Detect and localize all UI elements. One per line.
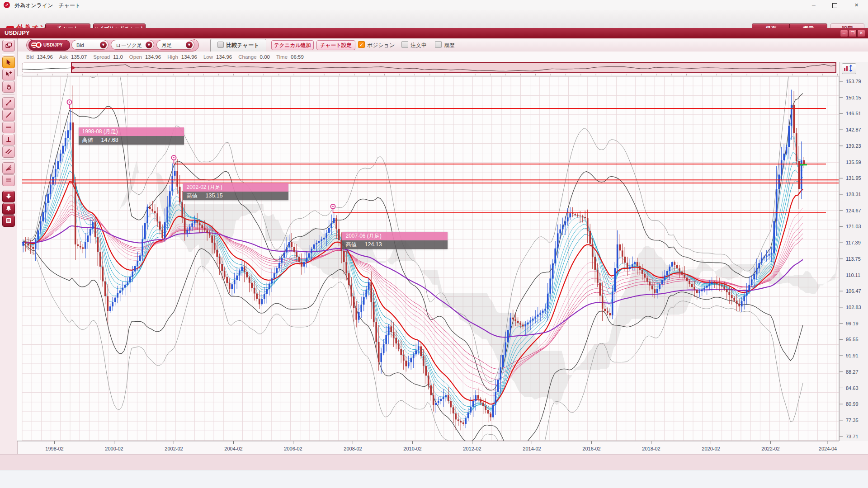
app-window: ➚ 外為オンライン チャート ─ ✕ ➚外為オンライン チャート ハイブリッドチ… bbox=[0, 0, 868, 488]
minimize-button[interactable]: ─ bbox=[803, 0, 824, 10]
chart-type-dropdown[interactable]: ローソク足▼ bbox=[111, 40, 154, 50]
quote-label: Change bbox=[238, 54, 256, 60]
positions-label: ポジション bbox=[367, 42, 395, 49]
svg-text:99.19: 99.19 bbox=[846, 321, 859, 326]
svg-text:91.91: 91.91 bbox=[846, 353, 859, 358]
price-type-dropdown[interactable]: Bid▼ bbox=[71, 40, 108, 50]
svg-text:131.95: 131.95 bbox=[846, 175, 861, 181]
quote-value: 134.96 bbox=[145, 54, 161, 60]
svg-text:2002-02: 2002-02 bbox=[165, 446, 183, 451]
pair-window-title: USD/JPY bbox=[5, 29, 30, 36]
svg-text:2006-02: 2006-02 bbox=[284, 446, 302, 451]
quote-label: Spread bbox=[93, 54, 110, 60]
pair-window-titlebar: USD/JPY bbox=[0, 28, 868, 39]
quote-value: 11.0 bbox=[113, 54, 123, 60]
orders-checkbox[interactable] bbox=[401, 41, 408, 48]
svg-text:102.83: 102.83 bbox=[846, 305, 861, 310]
svg-text:153.79: 153.79 bbox=[846, 79, 861, 84]
quote-label: Bid bbox=[26, 54, 34, 60]
tooltip-title: 2002-02 (月足) bbox=[183, 183, 288, 192]
pane-restore-button[interactable]: ❒ bbox=[849, 30, 857, 37]
fit-chart-button[interactable] bbox=[842, 63, 856, 74]
svg-text:150.15: 150.15 bbox=[846, 95, 861, 100]
svg-text:84.63: 84.63 bbox=[846, 385, 859, 391]
app-toolbar: ➚外為オンライン チャート ハイブリッドチャート 保存 復元 設定 bbox=[0, 10, 868, 28]
svg-text:2000-02: 2000-02 bbox=[105, 446, 123, 451]
window-title: 外為オンライン チャート bbox=[14, 2, 80, 9]
tooltip-body: 高値135.15 bbox=[183, 192, 288, 200]
svg-text:142.87: 142.87 bbox=[846, 127, 861, 132]
range-navigator[interactable] bbox=[0, 62, 868, 75]
svg-text:73.71: 73.71 bbox=[846, 434, 859, 439]
current-price-marker bbox=[800, 164, 807, 165]
quote-label: Low bbox=[203, 54, 213, 60]
y-axis-labels: 153.79150.15146.51142.87139.23135.59131.… bbox=[840, 79, 861, 439]
quote-value: 0.00 bbox=[260, 54, 270, 60]
fit-chart-icon bbox=[842, 64, 855, 73]
svg-text:77.35: 77.35 bbox=[846, 418, 859, 423]
tooltip-title: 2007-06 (月足) bbox=[342, 232, 448, 240]
jp-flag-icon bbox=[36, 42, 42, 48]
annotation-tooltip-1998: 1998-08 (月足) 高値147.68 bbox=[79, 127, 184, 145]
bottom-margin bbox=[0, 454, 868, 470]
svg-text:2016-02: 2016-02 bbox=[582, 446, 600, 451]
chart-settings-button[interactable]: チャート設定 bbox=[316, 40, 355, 50]
quote-label: Ask bbox=[59, 54, 68, 60]
svg-text:135.59: 135.59 bbox=[846, 160, 861, 165]
navigator-selection bbox=[71, 62, 836, 73]
svg-text:2008-02: 2008-02 bbox=[344, 446, 362, 451]
quote-value: 134.96 bbox=[216, 54, 232, 60]
pair-label: USD/JPY bbox=[43, 40, 63, 50]
cursor-select-icon[interactable] bbox=[2, 56, 15, 68]
compare-checkbox[interactable] bbox=[217, 42, 224, 48]
svg-text:2014-02: 2014-02 bbox=[523, 446, 541, 451]
windows-taskbar: 検索 ➚ ⌃ ☁ A 20:35 2023/03/12 1 bbox=[0, 470, 868, 488]
quote-label: High bbox=[167, 54, 178, 60]
history-label: 履歴 bbox=[444, 42, 455, 49]
svg-text:2022-02: 2022-02 bbox=[761, 446, 779, 451]
svg-text:2010-02: 2010-02 bbox=[403, 446, 421, 451]
duplicate-window-icon[interactable] bbox=[2, 40, 15, 52]
svg-text:121.03: 121.03 bbox=[846, 224, 861, 229]
quote-value: 134.96 bbox=[181, 54, 197, 60]
svg-text:95.55: 95.55 bbox=[846, 337, 859, 342]
quote-row: Bid134.96 Ask135.07 Spread11.0 Open134.9… bbox=[17, 52, 868, 62]
tooltip-title: 1998-08 (月足) bbox=[79, 127, 184, 136]
app-icon: ➚ bbox=[4, 2, 10, 8]
svg-text:2020-02: 2020-02 bbox=[702, 446, 720, 451]
pane-close-button[interactable]: ✕ bbox=[857, 30, 865, 37]
annotation-tooltip-2002: 2002-02 (月足) 高値135.15 bbox=[183, 183, 288, 200]
pair-selector[interactable]: USD/JPY bbox=[28, 40, 70, 51]
pane-minimize-button[interactable]: ─ bbox=[840, 30, 848, 37]
svg-text:110.11: 110.11 bbox=[846, 272, 860, 278]
quote-value: 135.07 bbox=[71, 54, 87, 60]
svg-text:2018-02: 2018-02 bbox=[642, 446, 660, 451]
svg-text:2004-02: 2004-02 bbox=[224, 446, 242, 451]
chevron-down-icon: ▼ bbox=[146, 42, 152, 48]
svg-text:128.31: 128.31 bbox=[846, 192, 861, 197]
add-technical-button[interactable]: テクニカル追加 bbox=[271, 40, 314, 50]
tooltip-body: 高値147.68 bbox=[79, 136, 184, 145]
close-button[interactable]: ✕ bbox=[845, 0, 868, 10]
history-checkbox[interactable] bbox=[435, 41, 442, 48]
quote-value: 06:59 bbox=[291, 54, 304, 60]
svg-text:80.99: 80.99 bbox=[846, 401, 859, 407]
compare-chart-tab[interactable]: 比較チャート bbox=[210, 39, 266, 52]
quote-label: Open bbox=[129, 54, 142, 60]
svg-text:2024-04: 2024-04 bbox=[819, 446, 837, 451]
maximize-button[interactable] bbox=[824, 0, 845, 10]
svg-text:1998-02: 1998-02 bbox=[45, 446, 63, 451]
chevron-down-icon: ▼ bbox=[100, 42, 107, 48]
tooltip-body: 高値124.13 bbox=[342, 240, 448, 249]
svg-text:139.23: 139.23 bbox=[846, 143, 861, 149]
svg-text:113.75: 113.75 bbox=[846, 256, 861, 262]
annotation-tooltip-2007: 2007-06 (月足) 高値124.13 bbox=[342, 232, 448, 249]
positions-checkbox[interactable]: ✓ bbox=[358, 41, 365, 48]
chevron-down-icon: ▼ bbox=[186, 42, 193, 48]
quote-value: 134.96 bbox=[37, 54, 53, 60]
svg-text:117.39: 117.39 bbox=[846, 240, 861, 245]
svg-text:124.67: 124.67 bbox=[846, 208, 861, 213]
timeframe-dropdown[interactable]: 月足▼ bbox=[156, 40, 194, 50]
window-titlebar: ➚ 外為オンライン チャート ─ ✕ bbox=[0, 0, 868, 10]
x-axis-labels: 1998-022000-022002-022004-022006-022008-… bbox=[45, 441, 837, 451]
